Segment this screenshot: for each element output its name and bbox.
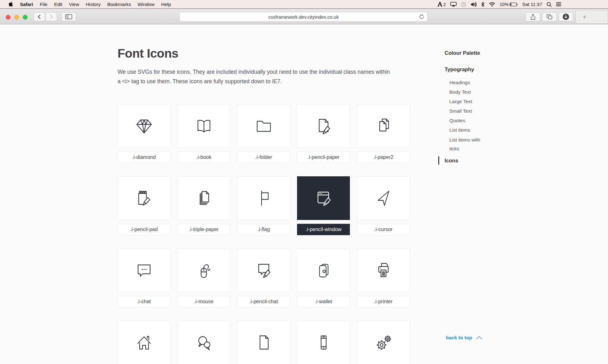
reload-icon[interactable] — [419, 14, 424, 21]
icon-class-label: .i-mouse — [177, 296, 230, 307]
chat-icon — [134, 260, 154, 280]
icon-cell-pencil-pad: .i-pencil-pad — [117, 176, 170, 235]
sidebar-item-colour-palette[interactable]: Colour Palette — [445, 49, 486, 56]
window-close-button[interactable] — [6, 15, 10, 20]
sidebar-item-list-items-with-ticks[interactable]: List items with ticks — [445, 135, 486, 153]
icon-class-label: .i-paper2 — [357, 152, 410, 163]
sidebar-item-body-text[interactable]: Body Text — [445, 87, 486, 97]
icon-card-paper[interactable] — [237, 321, 290, 364]
icon-cell-paper2: .i-paper2 — [357, 104, 410, 163]
downloads-button[interactable] — [559, 12, 573, 21]
tabs-icon — [547, 14, 552, 19]
window-zoom-button[interactable] — [23, 15, 28, 20]
icon-cell-paper — [237, 321, 290, 364]
airplay-display-icon[interactable] — [450, 2, 457, 7]
icon-card-chat[interactable] — [117, 248, 170, 292]
battery-percent: 10% — [500, 2, 509, 7]
volume-icon[interactable] — [471, 2, 477, 7]
pencil-window-icon — [314, 188, 334, 208]
share-button[interactable] — [526, 12, 540, 21]
icon-cell-pencil-window: .i-pencil-window — [297, 176, 350, 235]
icon-card-mouse[interactable] — [177, 248, 230, 292]
menu-item-edit[interactable]: Edit — [54, 2, 62, 7]
window-minimize-button[interactable] — [14, 15, 19, 20]
back-to-top-label: back to top — [446, 335, 472, 341]
icon-card-pencil-window[interactable] — [297, 176, 350, 220]
menu-item-window[interactable]: Window — [138, 2, 155, 7]
icon-card-pencil-pad[interactable] — [117, 176, 170, 220]
sidebar-item-quotes[interactable]: Quotes — [445, 116, 486, 125]
icon-card-wallet[interactable] — [297, 248, 350, 292]
back-to-top-link[interactable]: back to top — [446, 335, 483, 341]
icon-card-chat-conversation[interactable] — [177, 321, 230, 364]
chevron-up-icon — [475, 336, 483, 340]
share-icon — [530, 14, 535, 20]
typography-subnav: HeadingsBody TextLarge TextSmall TextQuo… — [445, 78, 486, 153]
menu-item-file[interactable]: File — [40, 2, 48, 7]
sidebar-icon — [65, 14, 72, 19]
sidebar-item-small-text[interactable]: Small Text — [445, 106, 486, 116]
downloads-icon — [562, 13, 569, 20]
icon-card-paper2[interactable] — [357, 104, 410, 148]
forward-button[interactable] — [46, 12, 57, 21]
icon-card-cursor[interactable] — [357, 176, 410, 220]
icon-cell-folder: .i-folder — [237, 104, 290, 163]
wifi-icon[interactable] — [489, 2, 495, 7]
icon-class-label: .i-book — [177, 152, 230, 163]
menu-item-history[interactable]: History — [86, 2, 101, 7]
battery-indicator[interactable]: 10% — [500, 2, 518, 7]
icon-card-mobile[interactable] — [297, 321, 350, 364]
icon-card-folder[interactable] — [237, 104, 290, 148]
icon-class-label: .i-pencil-paper — [297, 152, 350, 163]
icon-card-home[interactable] — [117, 321, 170, 364]
chat-conversation-icon — [194, 332, 214, 353]
icon-class-label: .i-cursor — [357, 224, 410, 235]
menu-item-safari[interactable]: Safari — [20, 2, 33, 7]
icon-class-label: .i-pencil-chat — [237, 296, 290, 307]
icon-class-label: .i-pencil-window — [297, 224, 350, 235]
sidebar-item-list-items[interactable]: List items — [445, 125, 486, 135]
flag-icon — [254, 188, 274, 208]
sidebar-item-large-text[interactable]: Large Text — [445, 97, 486, 106]
icon-card-diamond[interactable] — [117, 104, 170, 148]
icon-grid: .i-diamond.i-book.i-folder.i-pencil-pape… — [117, 104, 410, 364]
apple-menu-icon[interactable] — [9, 2, 13, 7]
bluetooth-icon[interactable] — [481, 2, 484, 7]
icon-cell-printer: .i-printer — [357, 248, 410, 307]
paper2-icon — [373, 116, 394, 136]
icon-cell-triple-paper: .i-triple-paper — [177, 176, 230, 235]
new-tab-button[interactable]: + — [575, 10, 608, 24]
mouse-icon — [194, 260, 214, 280]
icon-card-settings[interactable] — [357, 321, 410, 364]
menu-item-help[interactable]: Help — [161, 2, 171, 7]
notification-center-icon[interactable] — [556, 2, 561, 6]
icon-card-flag[interactable] — [237, 176, 290, 220]
tab-overview-button[interactable] — [542, 12, 557, 21]
sidebar-item-headings[interactable]: Headings — [445, 78, 486, 87]
menu-item-bookmarks[interactable]: Bookmarks — [107, 2, 131, 7]
sidebar-item-typography[interactable]: Typography — [445, 66, 486, 73]
address-bar[interactable]: cssframework.dev.cityindex.co.uk — [180, 12, 428, 22]
icon-card-pencil-paper[interactable] — [297, 104, 350, 148]
icon-class-label: .i-chat — [117, 296, 170, 307]
icon-card-pencil-chat[interactable] — [237, 248, 290, 292]
icon-card-book[interactable] — [177, 104, 230, 148]
menu-clock[interactable]: Sat 11:37 — [522, 2, 542, 7]
back-button[interactable] — [34, 12, 45, 21]
spotlight-search-icon[interactable] — [547, 2, 552, 7]
menu-item-view[interactable]: View — [69, 2, 79, 7]
time-machine-icon[interactable] — [461, 2, 466, 7]
sidebar-toggle-button[interactable] — [61, 12, 76, 21]
diamond-icon — [134, 116, 154, 136]
icon-cell-chat-conversation — [177, 321, 230, 364]
pencil-pad-icon — [134, 188, 154, 208]
sidebar-item-icons[interactable]: Icons — [445, 157, 486, 164]
adobe-cc-menu-icon[interactable]: 2 — [437, 2, 446, 7]
icon-cell-cursor: .i-cursor — [357, 176, 410, 235]
home-icon — [134, 332, 154, 353]
pencil-paper-icon — [314, 116, 334, 136]
icon-card-triple-paper[interactable] — [177, 176, 230, 220]
battery-icon — [510, 2, 518, 7]
icon-card-printer[interactable] — [357, 248, 410, 292]
icon-class-label: .i-diamond — [117, 152, 170, 163]
